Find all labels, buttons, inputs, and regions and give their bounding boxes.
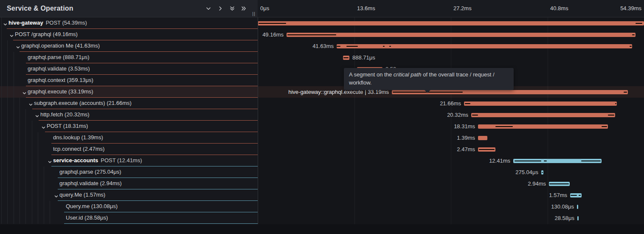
indent-guide <box>7 40 8 52</box>
span-bar[interactable] <box>337 44 632 48</box>
span-tree-cell[interactable]: query.Me (1.57ms) <box>0 189 258 201</box>
span-bar[interactable] <box>570 193 582 197</box>
span-tree-cell[interactable]: subgraph.execute (accounts) (21.66ms) <box>0 98 258 109</box>
span-row[interactable]: POST (18.31ms)18.31ms <box>0 121 644 132</box>
span-bar[interactable] <box>541 170 543 175</box>
span-row[interactable]: graphql.execute (33.19ms)hive-gateway::g… <box>0 86 644 98</box>
chevron-down-icon[interactable] <box>54 193 59 197</box>
span-name: graphql.parse (275.04μs) <box>59 166 121 178</box>
indent-guide <box>38 189 38 201</box>
span-tree-cell[interactable]: tcp.connect (2.47ms) <box>0 144 258 155</box>
indent-guide <box>14 98 14 109</box>
span-bar[interactable] <box>343 56 349 60</box>
header-divider <box>0 17 644 17</box>
chevron-down-icon[interactable] <box>3 21 8 25</box>
span-tree-cell[interactable]: service-accountsPOST (12.41ms) <box>0 155 258 166</box>
span-tree-cell[interactable]: User.id (28.58μs) <box>0 212 258 224</box>
span-row[interactable]: User.id (28.58μs)28.58μs <box>0 212 644 224</box>
span-bar[interactable] <box>471 113 615 117</box>
span-row[interactable]: service-accountsPOST (12.41ms)12.41ms <box>0 155 644 166</box>
span-name: tcp.connect (2.47ms) <box>53 144 104 155</box>
critical-path-segment <box>472 115 478 116</box>
indent-guide <box>7 212 8 224</box>
chevron-down-icon[interactable] <box>41 124 46 129</box>
span-row[interactable]: subgraph.execute (accounts) (21.66ms)21.… <box>0 98 644 109</box>
indent-guide <box>32 201 32 212</box>
critical-path-segment <box>495 126 513 127</box>
indent-guide <box>14 178 14 189</box>
span-tree-cell[interactable]: graphql.context (359.13μs) <box>0 75 258 86</box>
span-tree-cell[interactable]: graphql.validate (2.94ms) <box>0 178 258 189</box>
span-bar[interactable] <box>513 159 602 163</box>
span-row[interactable]: Query.me (130.08μs)130.08μs <box>0 201 644 212</box>
indent-guide <box>20 132 20 144</box>
critical-path-segment <box>479 149 495 150</box>
span-tree-cell[interactable]: POST (18.31ms) <box>0 121 258 132</box>
indent-guide <box>44 166 44 178</box>
critical-path-segment <box>346 46 358 47</box>
page-title: Service & Operation <box>7 0 73 17</box>
indent-guide <box>14 75 14 86</box>
span-bar[interactable] <box>464 101 617 106</box>
span-row[interactable]: graphql.operation Me (41.63ms)41.63ms <box>0 40 644 52</box>
span-bar[interactable] <box>478 124 608 129</box>
span-bar[interactable] <box>549 182 570 186</box>
span-row[interactable]: tcp.connect (2.47ms)2.47ms <box>0 144 644 155</box>
indent-guide <box>1 17 2 29</box>
span-tree-cell[interactable]: graphql.parse (888.71μs) <box>0 52 258 63</box>
chevron-down-icon[interactable] <box>22 90 27 94</box>
span-tree-cell[interactable]: graphql.execute (33.19ms) <box>0 86 258 98</box>
span-name: service-accountsPOST (12.41ms) <box>53 155 142 166</box>
span-bar[interactable] <box>478 136 487 140</box>
span-duration-label: 2.94ms <box>528 178 546 189</box>
span-row[interactable]: graphql.validate (3.53ms)3.53ms <box>0 63 644 75</box>
span-row[interactable]: graphql.parse (888.71μs)888.71μs <box>0 52 644 63</box>
span-row[interactable]: graphql.validate (2.94ms)2.94ms <box>0 178 644 189</box>
critical-path-segment <box>549 183 569 184</box>
span-row[interactable]: hive-gatewayPOST (54.39ms) <box>0 17 644 29</box>
span-tree-cell[interactable]: graphql.operation Me (41.63ms) <box>0 40 258 52</box>
span-tree-cell[interactable]: hive-gatewayPOST (54.39ms) <box>0 17 258 29</box>
span-tree-cell[interactable]: dns.lookup (1.39ms) <box>0 132 258 144</box>
span-tree-cell[interactable]: http.fetch (20.32ms) <box>0 109 258 121</box>
indent-guide <box>38 132 38 144</box>
chevron-down-icon[interactable] <box>16 44 20 48</box>
panel-resize-handle[interactable]: || <box>251 11 257 17</box>
indent-guide <box>25 166 26 178</box>
span-row[interactable]: graphql.parse (275.04μs)275.04μs <box>0 166 644 178</box>
chevron-down-icon[interactable] <box>48 158 52 163</box>
span-bar[interactable] <box>577 205 578 209</box>
span-name: User.id (28.58μs) <box>66 212 108 223</box>
span-row[interactable]: http.fetch (20.32ms)20.32ms <box>0 109 644 121</box>
span-bar[interactable] <box>258 21 644 25</box>
span-bar[interactable] <box>577 216 579 220</box>
chevron-down-icon[interactable] <box>205 5 212 12</box>
indent-guide <box>32 132 32 144</box>
indent-guide <box>1 166 2 178</box>
indent-guide <box>38 144 38 155</box>
span-tree-cell[interactable]: graphql.validate (3.53ms) <box>0 63 258 75</box>
indent-guide <box>25 155 26 166</box>
indent-guide <box>7 98 8 109</box>
panel-divider[interactable] <box>258 0 258 224</box>
span-row[interactable]: dns.lookup (1.39ms)1.39ms <box>0 132 644 144</box>
span-row[interactable]: POST /graphql (49.16ms)49.16ms <box>0 29 644 40</box>
span-tree-cell[interactable]: POST /graphql (49.16ms) <box>0 29 258 40</box>
span-row[interactable]: query.Me (1.57ms)1.57ms <box>0 189 644 201</box>
critical-path-segment <box>630 46 632 47</box>
chevron-down-icon[interactable] <box>35 113 39 117</box>
span-bar[interactable] <box>478 147 495 152</box>
critical-path-segment <box>581 161 601 161</box>
span-bar[interactable] <box>287 33 636 37</box>
span-tree-cell[interactable]: Query.me (130.08μs) <box>0 201 258 212</box>
chevrons-down-icon[interactable] <box>228 5 236 12</box>
critical-path-segment <box>259 23 286 24</box>
indent-guide <box>20 166 20 178</box>
span-name: graphql.validate (3.53ms) <box>28 63 90 74</box>
chevron-right-icon[interactable] <box>217 5 224 12</box>
chevrons-right-icon[interactable] <box>240 5 247 12</box>
chevron-down-icon[interactable] <box>28 101 33 106</box>
span-row[interactable]: graphql.context (359.13μs)359.13μs <box>0 75 644 86</box>
span-tree-cell[interactable]: graphql.parse (275.04μs) <box>0 166 258 178</box>
chevron-down-icon[interactable] <box>9 32 14 37</box>
